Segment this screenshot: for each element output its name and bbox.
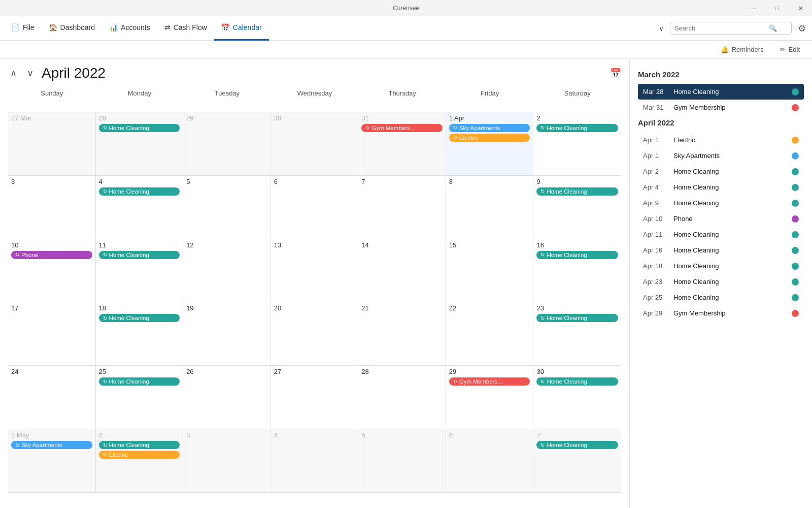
day-cell[interactable]: 6 [446,429,534,493]
next-month-button[interactable]: ∨ [25,67,36,80]
sidebar-item[interactable]: Apr 10 Phone [638,211,804,227]
day-cell[interactable]: 21 [358,302,446,366]
event[interactable]: ↻Home Cleaning [536,441,618,449]
event[interactable]: ↻Home Cleaning [99,441,180,449]
sidebar-item[interactable]: Apr 25 Home Cleaning [638,290,804,305]
maximize-button[interactable]: □ [765,0,789,16]
day-cell[interactable]: 9↻Home Cleaning [533,176,621,239]
day-cell[interactable]: 11↻Home Cleaning [96,239,184,303]
sidebar-item[interactable]: Apr 11 Home Cleaning [638,227,804,242]
sidebar-item[interactable]: Apr 1 Electric [638,132,804,148]
event[interactable]: ↻Home Cleaning [99,124,180,132]
day-cell[interactable]: 4↻Home Cleaning [96,176,184,239]
day-cell[interactable]: 5 [358,429,446,493]
sidebar-item[interactable]: Apr 1 Sky Apartments [638,148,804,164]
day-cell[interactable]: 29 [183,112,271,176]
day-cell[interactable]: 30↻Home Cleaning [533,366,621,429]
day-cell[interactable]: 31↻Gym Members... [358,112,446,176]
sidebar-event-name: Home Cleaning [673,168,788,175]
search-input[interactable] [674,24,766,32]
day-cell[interactable]: 26 [183,366,271,429]
menu-file[interactable]: 📄 File [4,16,42,41]
menu-accounts[interactable]: 📊 Accounts [102,16,157,41]
day-cell[interactable]: 29↻Gym Members... [446,366,534,429]
event[interactable]: ↻Home Cleaning [536,251,618,259]
settings-button[interactable]: ⚙ [796,21,808,36]
day-cell[interactable]: 27 [271,366,359,429]
event[interactable]: ↻Home Cleaning [536,377,618,386]
menu-calendar-label: Calendar [233,23,262,31]
day-cell-today[interactable]: 1 Apr↻Sky Apartments↻Electric [446,112,534,176]
event[interactable]: ↻Home Cleaning [99,314,180,322]
day-cell[interactable]: 27 Mar [8,112,96,176]
day-cell[interactable]: 1 May↻Sky Apartments [8,429,96,493]
day-cell[interactable]: 22 [446,302,534,366]
event[interactable]: ↻Gym Members... [361,124,443,132]
sidebar-item[interactable]: Apr 29 Gym Membership [638,305,804,321]
day-cell[interactable]: 4 [271,429,359,493]
sidebar-item[interactable]: Apr 4 Home Cleaning [638,179,804,195]
close-button[interactable]: ✕ [789,0,812,16]
recurring-icon: ↻ [540,125,545,131]
day-cell[interactable]: 23↻Home Cleaning [533,302,621,366]
day-cell[interactable]: 6 [271,176,359,239]
minimize-button[interactable]: — [742,0,765,16]
event[interactable]: ↻Home Cleaning [536,124,618,132]
day-cell[interactable]: 30 [271,112,359,176]
sidebar-event-name: Gym Membership [673,309,788,317]
day-cell[interactable]: 12 [183,239,271,303]
day-cell[interactable]: 7↻Home Cleaning [533,429,621,493]
day-cell[interactable]: 3 [8,176,96,239]
sidebar-item[interactable]: Apr 18 Home Cleaning [638,258,804,274]
day-cell[interactable]: 19 [183,302,271,366]
day-cell[interactable]: 2↻Home Cleaning [533,112,621,176]
sidebar-item[interactable]: Apr 2 Home Cleaning [638,164,804,179]
sidebar-item[interactable]: Mar 28 Home Cleaning [638,84,804,100]
sidebar-item[interactable]: Apr 23 Home Cleaning [638,274,804,290]
calendar-grid: Sunday Monday Tuesday Wednesday Thursday… [8,87,621,493]
event[interactable]: ↻Sky Apartments [11,441,92,449]
day-cell[interactable]: 15 [446,239,534,303]
reminders-button[interactable]: 🔔 Reminders [717,44,768,55]
sidebar-dot [792,104,799,111]
day-cell[interactable]: 24 [8,366,96,429]
day-cell[interactable]: 2↻Home Cleaning↻Electric [96,429,184,493]
event[interactable]: ↻Sky Apartments [449,124,530,132]
event[interactable]: ↻Home Cleaning [536,187,618,196]
event[interactable]: ↻Home Cleaning [99,187,180,196]
day-cell[interactable]: 5 [183,176,271,239]
sidebar-event-name: Home Cleaning [673,262,788,270]
day-cell[interactable]: 14 [358,239,446,303]
event[interactable]: ↻Gym Members... [449,377,530,386]
day-cell[interactable]: 18↻Home Cleaning [96,302,184,366]
day-cell[interactable]: 17 [8,302,96,366]
day-cell[interactable]: 28↻Home Cleaning [96,112,184,176]
event[interactable]: ↻Electric [99,451,180,459]
sidebar-item[interactable]: Mar 31 Gym Membership [638,100,804,115]
event[interactable]: ↻Home Cleaning [99,377,180,386]
calendar-grid-icon[interactable]: 📅 [610,68,621,79]
menu-calendar[interactable]: 📅 Calendar [214,16,269,41]
day-cell[interactable]: 13 [271,239,359,303]
day-cell[interactable]: 20 [271,302,359,366]
sidebar-item[interactable]: Apr 9 Home Cleaning [638,195,804,211]
search-box[interactable]: 🔍 [670,22,792,35]
event[interactable]: ↻Electric [449,134,530,142]
day-cell[interactable]: 10↻Phone [8,239,96,303]
event[interactable]: ↻Home Cleaning [99,251,180,259]
event[interactable]: ↻Home Cleaning [536,314,618,322]
menu-dashboard[interactable]: 🏠 Dashboard [42,16,103,41]
day-cell[interactable]: 16↻Home Cleaning [533,239,621,303]
sidebar-item[interactable]: Apr 16 Home Cleaning [638,242,804,258]
day-cell[interactable]: 25↻Home Cleaning [96,366,184,429]
menu-cashflow[interactable]: ⇄ Cash Flow [157,16,214,41]
recurring-icon: ↻ [453,125,457,131]
event[interactable]: ↻Phone [11,251,92,259]
day-cell[interactable]: 28 [358,366,446,429]
prev-month-button[interactable]: ∧ [8,67,19,80]
edit-button[interactable]: ✏ Edit [776,44,804,55]
day-cell[interactable]: 3 [183,429,271,493]
search-dropdown-btn[interactable]: ∨ [657,23,666,34]
day-cell[interactable]: 8 [446,176,534,239]
day-cell[interactable]: 7 [358,176,446,239]
